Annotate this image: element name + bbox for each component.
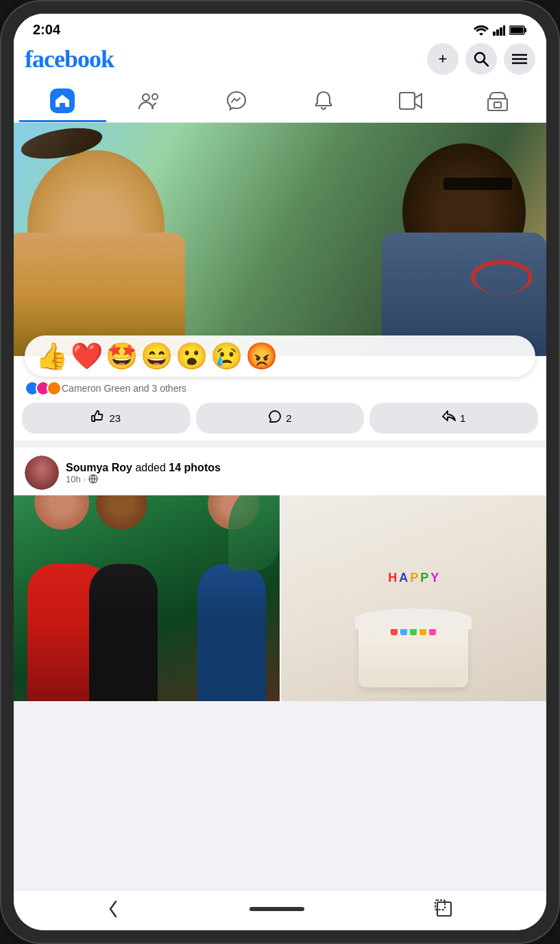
- nav-tabs: [14, 82, 546, 123]
- photo-cell-1[interactable]: [14, 495, 280, 701]
- rotate-icon: [435, 899, 454, 919]
- messenger-icon: [226, 91, 247, 111]
- liked-avatars: [25, 381, 58, 396]
- post-action-detail: 14 photos: [169, 462, 221, 473]
- share-button[interactable]: 1: [369, 403, 538, 434]
- tab-notifications[interactable]: [280, 82, 367, 122]
- reaction-love[interactable]: ❤️: [71, 341, 103, 371]
- cake-base: [358, 619, 468, 687]
- reaction-care[interactable]: 🤩: [106, 341, 138, 371]
- time-separator: ·: [84, 474, 86, 484]
- birthday-letters: H A P P Y: [388, 571, 439, 585]
- status-bar: 2:04: [14, 14, 546, 43]
- group-photo: [14, 495, 280, 701]
- photo-grid: H A P P Y: [14, 495, 546, 701]
- group-person-2: [89, 564, 158, 701]
- svg-line-8: [484, 62, 489, 67]
- add-button[interactable]: +: [427, 43, 459, 75]
- post-meta-2: Soumya Roy added 14 photos 10h ·: [66, 462, 535, 484]
- letter-y: Y: [430, 571, 439, 585]
- home-icon-wrapper: [50, 88, 75, 113]
- phone-shell: 2:04: [0, 0, 560, 944]
- group-face-1: [34, 495, 89, 530]
- group-person-3: [197, 564, 266, 701]
- like-icon: [91, 410, 105, 427]
- author-name: Soumya Roy: [66, 462, 132, 473]
- tab-home[interactable]: [19, 82, 106, 122]
- leaf-1: [228, 495, 280, 571]
- search-icon: [474, 51, 489, 67]
- group-face-2: [96, 495, 147, 530]
- hamburger-icon: [512, 54, 527, 64]
- battery-icon: [509, 25, 527, 35]
- reaction-like[interactable]: 👍: [36, 341, 68, 371]
- notification-icon: [314, 91, 333, 111]
- status-time: 2:04: [33, 22, 60, 38]
- svg-rect-3: [503, 25, 505, 36]
- post-card-1: 👍 ❤️ 🤩 😄 😮 😢 😡 Cameron Green and 3: [14, 123, 546, 440]
- comment-button[interactable]: 2: [196, 403, 365, 434]
- bottom-nav: [14, 890, 546, 930]
- video-icon: [399, 92, 422, 110]
- marketplace-icon: [487, 91, 508, 111]
- letter-p: P: [410, 571, 418, 585]
- add-icon: +: [439, 50, 448, 68]
- tab-video[interactable]: [367, 82, 454, 122]
- post-time: 10h ·: [66, 474, 535, 484]
- feed: 👍 ❤️ 🤩 😄 😮 😢 😡 Cameron Green and 3: [14, 123, 546, 890]
- share-icon: [442, 410, 456, 427]
- post-actions-1: 23 2: [14, 399, 546, 440]
- reactions-strip: 👍 ❤️ 🤩 😄 😮 😢 😡: [25, 335, 535, 377]
- letter-h: H: [388, 571, 397, 585]
- svg-rect-0: [493, 32, 496, 36]
- svg-point-13: [152, 94, 158, 99]
- rotate-button[interactable]: [435, 899, 454, 919]
- liked-by: Cameron Green and 3 others: [14, 377, 546, 399]
- svg-rect-1: [496, 30, 499, 36]
- search-button[interactable]: [465, 43, 497, 75]
- tab-friends[interactable]: [106, 82, 193, 122]
- post-card-2: Soumya Roy added 14 photos 10h ·: [14, 447, 546, 701]
- phone-screen: 2:04: [14, 14, 546, 930]
- reaction-haha[interactable]: 😄: [141, 341, 173, 371]
- letter-p2: P: [420, 571, 428, 585]
- svg-rect-14: [400, 93, 415, 109]
- liked-by-text: Cameron Green and 3 others: [62, 383, 186, 394]
- signal-icon: [493, 25, 505, 36]
- facebook-logo: facebook: [25, 45, 114, 73]
- home-indicator[interactable]: [249, 907, 304, 911]
- menu-button[interactable]: [504, 43, 535, 75]
- globe-icon: [88, 474, 98, 484]
- post-action-text: added: [135, 462, 169, 473]
- app-header: facebook +: [14, 43, 546, 82]
- reaction-wow[interactable]: 😮: [175, 341, 208, 371]
- photo-cell-2[interactable]: H A P P Y: [281, 495, 547, 701]
- post-header-2: Soumya Roy added 14 photos 10h ·: [14, 447, 546, 495]
- reaction-angry[interactable]: 😡: [245, 341, 278, 371]
- time-text: 10h: [66, 474, 81, 484]
- friends-icon: [138, 91, 160, 110]
- svg-rect-6: [511, 27, 524, 33]
- cake-frosting: [355, 609, 472, 629]
- svg-rect-15: [488, 99, 507, 110]
- reaction-sad[interactable]: 😢: [210, 341, 243, 371]
- wifi-icon: [474, 25, 489, 36]
- svg-point-12: [143, 94, 149, 101]
- letter-a: A: [399, 571, 408, 585]
- post-author-avatar[interactable]: [25, 456, 59, 490]
- tab-marketplace[interactable]: [454, 82, 541, 122]
- share-count: 1: [460, 412, 465, 424]
- back-icon: [106, 899, 120, 919]
- tab-messenger[interactable]: [193, 82, 280, 122]
- like-button[interactable]: 23: [22, 403, 191, 434]
- svg-rect-5: [524, 28, 526, 32]
- like-count: 23: [109, 412, 121, 424]
- comment-icon: [268, 410, 282, 427]
- post-image-1[interactable]: [14, 123, 546, 356]
- birthday-cake-photo: H A P P Y: [281, 495, 547, 701]
- liked-avatar-3: [47, 381, 62, 396]
- back-button[interactable]: [106, 899, 120, 919]
- status-icons: [474, 25, 527, 36]
- selfie-image: [14, 123, 546, 356]
- svg-rect-2: [500, 27, 502, 36]
